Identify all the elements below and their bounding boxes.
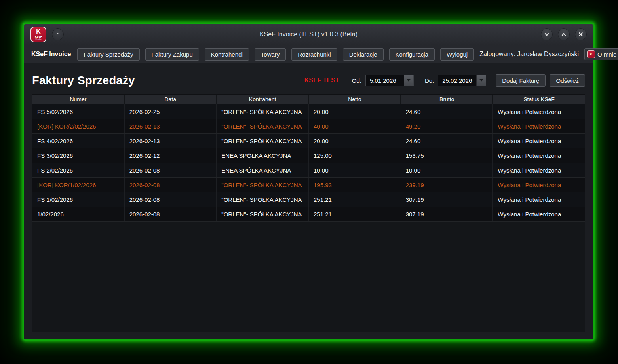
cell-numer: [KOR] KOR/1/02/2026 (32, 178, 125, 192)
cell-netto: 10.00 (309, 163, 401, 177)
page-header: Faktury Sprzedaży KSEF TEST Od: 5.01.202… (32, 66, 585, 94)
window-title: KSeF Invoice (TEST) v1.0.3 (Beta) (24, 31, 593, 38)
maximize-button[interactable] (558, 28, 570, 40)
nav-faktury-sprzedazy[interactable]: Faktury Sprzedaży (77, 48, 139, 61)
page-title: Faktury Sprzedaży (32, 74, 135, 87)
cell-brutto: 153.75 (401, 148, 493, 163)
app-window: K KSeF Polska KSeF Invoice (TEST) v1.0.3… (24, 24, 593, 339)
cell-status: Wysłana i Potwierdzona (493, 148, 585, 163)
titlebar[interactable]: K KSeF Polska KSeF Invoice (TEST) v1.0.3… (24, 24, 593, 45)
date-to-label: Do: (425, 77, 434, 84)
table-row[interactable]: FS 1/02/2026 2026-02-08 "ORLEN"- SPÓŁKA … (32, 192, 585, 207)
cell-status: Wysłana i Potwierdzona (493, 134, 585, 148)
minimize-button[interactable] (541, 28, 553, 40)
nav-faktury-zakupu[interactable]: Faktury Zakupu (145, 48, 199, 61)
cell-data: 2026-02-12 (125, 148, 217, 163)
nav-rozrachunki[interactable]: Rozrachunki (291, 48, 337, 61)
cell-numer: FS 4/02/2026 (32, 134, 125, 148)
cell-brutto: 10.00 (401, 163, 493, 177)
table-row[interactable]: 1/02/2026 2026-02-08 "ORLEN"- SPÓŁKA AKC… (32, 207, 585, 222)
chevron-down-icon (544, 31, 550, 38)
table-row[interactable]: FS 4/02/2026 2026-02-13 "ORLEN"- SPÓŁKA … (32, 134, 585, 148)
nav-konfiguracja[interactable]: Konfiguracja (389, 48, 435, 61)
toolbar: KSEF TEST Od: 5.01.2026 Do: 25.02.2026 D… (304, 74, 585, 87)
cell-numer: FS 1/02/2026 (32, 192, 125, 207)
column-header-status[interactable]: Status KSeF (493, 95, 585, 104)
main-menu-bar: KSeF Invoice Faktury Sprzedaży Faktury Z… (24, 45, 593, 63)
table-header-row: Numer Data Kontrahent Netto Brutto Statu… (32, 95, 585, 104)
cell-netto: 20.00 (309, 104, 401, 119)
date-to-dropdown-arrow-icon[interactable] (476, 75, 486, 86)
logout-button[interactable]: Wyloguj (440, 48, 474, 61)
column-header-kontrahent[interactable]: Kontrahent (217, 95, 308, 104)
cell-netto: 40.00 (309, 119, 401, 133)
cell-status: Wysłana i Potwierdzona (493, 163, 585, 177)
app-logo-icon: K KSeF Polska (30, 27, 46, 42)
cell-numer: [KOR] KOR/2/02/2026 (32, 119, 125, 133)
table-row[interactable]: FS 3/02/2026 2026-02-12 ENEA SPÓŁKA AKCY… (32, 148, 585, 163)
about-me-button[interactable]: K O mnie (584, 48, 618, 60)
cell-brutto: 239.19 (401, 178, 493, 192)
cell-kontrahent: "ORLEN"- SPÓŁKA AKCYJNA (217, 207, 309, 221)
add-invoice-button[interactable]: Dodaj Fakturę (496, 74, 546, 87)
cell-status: Wysłana i Potwierdzona (493, 178, 585, 192)
nav-deklaracje[interactable]: Deklaracje (343, 48, 384, 61)
date-from-value: 5.01.2026 (366, 75, 404, 86)
app-logo-sublabel: Polska (35, 38, 41, 40)
cell-kontrahent: ENEA SPÓŁKA AKCYJNA (217, 163, 309, 177)
cell-data: 2026-02-25 (125, 104, 217, 119)
cell-netto: 125.00 (309, 148, 401, 163)
cell-status: Wysłana i Potwierdzona (493, 119, 585, 133)
cell-kontrahent: ENEA SPÓŁKA AKCYJNA (217, 148, 309, 163)
content-area: Faktury Sprzedaży KSEF TEST Od: 5.01.202… (24, 63, 593, 339)
cell-data: 2026-02-08 (125, 192, 217, 207)
date-from-dropdown-arrow-icon[interactable] (404, 75, 413, 86)
cell-netto: 195.93 (309, 178, 401, 192)
titlebar-menu-button[interactable] (52, 28, 64, 40)
nav-kontrahenci[interactable]: Kontrahenci (205, 48, 249, 61)
cell-data: 2026-02-13 (125, 119, 217, 133)
date-from-picker[interactable]: 5.01.2026 (365, 75, 414, 86)
table-row-correction[interactable]: [KOR] KOR/1/02/2026 2026-02-08 "ORLEN"- … (32, 178, 585, 192)
column-header-brutto[interactable]: Brutto (401, 95, 492, 104)
cell-status: Wysłana i Potwierdzona (493, 192, 585, 207)
cell-brutto: 24.60 (401, 134, 493, 148)
column-header-netto[interactable]: Netto (309, 95, 400, 104)
cell-numer: FS 5/02/2026 (32, 104, 125, 119)
cell-brutto: 307.19 (401, 207, 493, 221)
cell-brutto: 49.20 (401, 119, 493, 133)
cell-kontrahent: "ORLEN"- SPÓŁKA AKCYJNA (217, 104, 309, 119)
cell-data: 2026-02-08 (125, 178, 217, 192)
column-header-data[interactable]: Data (125, 95, 216, 104)
cell-kontrahent: "ORLEN"- SPÓŁKA AKCYJNA (217, 119, 309, 133)
cell-netto: 251.21 (309, 207, 401, 221)
column-header-numer[interactable]: Numer (32, 95, 124, 104)
cell-data: 2026-02-08 (125, 163, 217, 177)
logged-in-user: Zalogowany: Jarosław Dyszczyński (479, 51, 579, 58)
app-logo-letter: K (36, 28, 41, 35)
cell-brutto: 24.60 (401, 104, 493, 119)
table-row[interactable]: FS 5/02/2026 2026-02-25 "ORLEN"- SPÓŁKA … (32, 104, 585, 119)
date-to-picker[interactable]: 25.02.2026 (438, 75, 486, 86)
cell-data: 2026-02-13 (125, 134, 217, 148)
refresh-button[interactable]: Odśwież (550, 74, 585, 87)
cell-kontrahent: "ORLEN"- SPÓŁKA AKCYJNA (217, 192, 309, 207)
nav-towary[interactable]: Towary (255, 48, 286, 61)
cell-brutto: 307.19 (401, 192, 493, 207)
window-controls (541, 28, 587, 40)
cell-numer: 1/02/2026 (32, 207, 125, 221)
cell-numer: FS 3/02/2026 (32, 148, 125, 163)
table-row-correction[interactable]: [KOR] KOR/2/02/2026 2026-02-13 "ORLEN"- … (32, 119, 585, 134)
about-ksef-icon: K (587, 50, 595, 58)
cell-netto: 251.21 (309, 192, 401, 207)
close-icon (578, 31, 584, 38)
cell-numer: FS 2/02/2026 (32, 163, 125, 177)
app-logo-label: KSeF (35, 35, 42, 38)
date-from-label: Od: (352, 77, 361, 84)
cell-kontrahent: "ORLEN"- SPÓŁKA AKCYJNA (217, 134, 309, 148)
chevron-up-icon (561, 31, 567, 38)
close-button[interactable] (575, 28, 587, 40)
ksef-test-badge: KSEF TEST (304, 77, 339, 84)
table-row[interactable]: FS 2/02/2026 2026-02-08 ENEA SPÓŁKA AKCY… (32, 163, 585, 178)
brand-label: KSeF Invoice (31, 51, 71, 58)
